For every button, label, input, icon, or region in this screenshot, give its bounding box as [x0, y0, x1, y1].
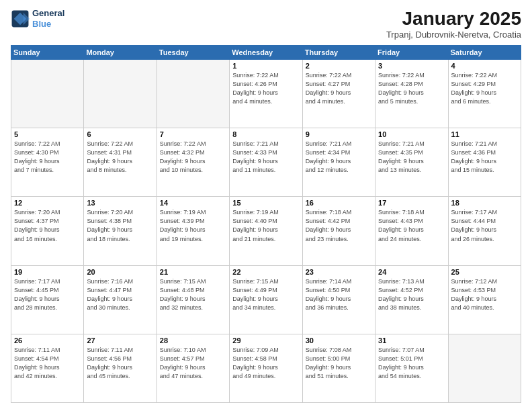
day-info: Sunrise: 7:22 AM Sunset: 4:28 PM Dayligh…: [378, 71, 445, 106]
day-info: Sunrise: 7:22 AM Sunset: 4:27 PM Dayligh…: [306, 71, 372, 106]
day-number: 4: [451, 62, 518, 70]
day-info: Sunrise: 7:19 AM Sunset: 4:39 PM Dayligh…: [160, 208, 226, 243]
calendar-cell: 18Sunrise: 7:17 AM Sunset: 4:44 PM Dayli…: [448, 197, 521, 265]
day-info: Sunrise: 7:10 AM Sunset: 4:57 PM Dayligh…: [160, 346, 226, 381]
calendar-cell: 16Sunrise: 7:18 AM Sunset: 4:42 PM Dayli…: [302, 197, 375, 265]
day-info: Sunrise: 7:22 AM Sunset: 4:29 PM Dayligh…: [451, 71, 518, 106]
header: General Blue January 2025 Trpanj, Dubrov…: [11, 8, 521, 40]
weekday-header-wednesday: Wednesday: [230, 46, 302, 60]
day-number: 15: [232, 199, 299, 207]
calendar-table: SundayMondayTuesdayWednesdayThursdayFrid…: [11, 45, 521, 403]
calendar-cell: 8Sunrise: 7:21 AM Sunset: 4:33 PM Daylig…: [230, 128, 302, 197]
day-number: 11: [451, 130, 518, 138]
logo-text: General Blue: [32, 8, 64, 29]
day-number: 31: [378, 336, 445, 345]
day-info: Sunrise: 7:22 AM Sunset: 4:30 PM Dayligh…: [14, 140, 81, 175]
day-info: Sunrise: 7:08 AM Sunset: 5:00 PM Dayligh…: [306, 346, 372, 381]
calendar-cell: 5Sunrise: 7:22 AM Sunset: 4:30 PM Daylig…: [11, 128, 84, 197]
day-number: 2: [306, 62, 372, 70]
day-number: 23: [306, 268, 372, 276]
day-info: Sunrise: 7:21 AM Sunset: 4:35 PM Dayligh…: [378, 140, 445, 175]
day-info: Sunrise: 7:22 AM Sunset: 4:26 PM Dayligh…: [232, 71, 299, 106]
day-info: Sunrise: 7:14 AM Sunset: 4:50 PM Dayligh…: [306, 277, 372, 312]
day-info: Sunrise: 7:18 AM Sunset: 4:43 PM Dayligh…: [378, 208, 445, 243]
calendar-cell: 1Sunrise: 7:22 AM Sunset: 4:26 PM Daylig…: [230, 60, 302, 128]
weekday-header-saturday: Saturday: [448, 46, 521, 60]
day-number: 6: [87, 130, 153, 138]
day-info: Sunrise: 7:16 AM Sunset: 4:47 PM Dayligh…: [87, 277, 153, 312]
calendar-cell: 30Sunrise: 7:08 AM Sunset: 5:00 PM Dayli…: [302, 334, 375, 402]
calendar-cell: 10Sunrise: 7:21 AM Sunset: 4:35 PM Dayli…: [375, 128, 448, 197]
day-info: Sunrise: 7:22 AM Sunset: 4:31 PM Dayligh…: [87, 140, 153, 175]
day-number: 16: [306, 199, 372, 207]
calendar-week-4: 19Sunrise: 7:17 AM Sunset: 4:45 PM Dayli…: [11, 265, 521, 334]
day-number: 27: [87, 336, 153, 345]
calendar-cell: 28Sunrise: 7:10 AM Sunset: 4:57 PM Dayli…: [157, 334, 229, 402]
calendar-cell: 26Sunrise: 7:11 AM Sunset: 4:54 PM Dayli…: [11, 334, 84, 402]
calendar-cell: [157, 60, 229, 128]
day-number: 21: [160, 268, 226, 276]
calendar-cell: 6Sunrise: 7:22 AM Sunset: 4:31 PM Daylig…: [84, 128, 157, 197]
calendar-cell: 13Sunrise: 7:20 AM Sunset: 4:38 PM Dayli…: [84, 197, 157, 265]
day-info: Sunrise: 7:07 AM Sunset: 5:01 PM Dayligh…: [378, 346, 445, 381]
day-number: 26: [14, 336, 81, 345]
day-number: 28: [160, 336, 226, 345]
day-number: 3: [378, 62, 445, 70]
day-info: Sunrise: 7:19 AM Sunset: 4:40 PM Dayligh…: [232, 208, 299, 243]
calendar-cell: 21Sunrise: 7:15 AM Sunset: 4:48 PM Dayli…: [157, 265, 229, 334]
calendar-week-2: 5Sunrise: 7:22 AM Sunset: 4:30 PM Daylig…: [11, 128, 521, 197]
calendar-cell: 20Sunrise: 7:16 AM Sunset: 4:47 PM Dayli…: [84, 265, 157, 334]
page: General Blue January 2025 Trpanj, Dubrov…: [0, 0, 532, 411]
calendar-cell: 17Sunrise: 7:18 AM Sunset: 4:43 PM Dayli…: [375, 197, 448, 265]
weekday-header-thursday: Thursday: [302, 46, 375, 60]
calendar-cell: 31Sunrise: 7:07 AM Sunset: 5:01 PM Dayli…: [375, 334, 448, 402]
calendar-cell: 22Sunrise: 7:15 AM Sunset: 4:49 PM Dayli…: [230, 265, 302, 334]
day-info: Sunrise: 7:13 AM Sunset: 4:52 PM Dayligh…: [378, 277, 445, 312]
day-number: 12: [14, 199, 81, 207]
day-number: 30: [306, 336, 372, 345]
calendar-cell: 11Sunrise: 7:21 AM Sunset: 4:36 PM Dayli…: [448, 128, 521, 197]
logo-icon: [11, 9, 30, 28]
day-number: 18: [451, 199, 518, 207]
day-number: 22: [232, 268, 299, 276]
day-number: 29: [232, 336, 299, 345]
day-number: 17: [378, 199, 445, 207]
calendar-cell: 14Sunrise: 7:19 AM Sunset: 4:39 PM Dayli…: [157, 197, 229, 265]
calendar-cell: 23Sunrise: 7:14 AM Sunset: 4:50 PM Dayli…: [302, 265, 375, 334]
day-info: Sunrise: 7:18 AM Sunset: 4:42 PM Dayligh…: [306, 208, 372, 243]
calendar-cell: 29Sunrise: 7:09 AM Sunset: 4:58 PM Dayli…: [230, 334, 302, 402]
day-number: 9: [306, 130, 372, 138]
day-info: Sunrise: 7:09 AM Sunset: 4:58 PM Dayligh…: [232, 346, 299, 381]
day-number: 1: [232, 62, 299, 70]
day-number: 19: [14, 268, 81, 276]
weekday-header-tuesday: Tuesday: [157, 46, 229, 60]
day-info: Sunrise: 7:15 AM Sunset: 4:48 PM Dayligh…: [160, 277, 226, 312]
day-number: 24: [378, 268, 445, 276]
day-info: Sunrise: 7:21 AM Sunset: 4:36 PM Dayligh…: [451, 140, 518, 175]
calendar-cell: 12Sunrise: 7:20 AM Sunset: 4:37 PM Dayli…: [11, 197, 84, 265]
weekday-header-monday: Monday: [84, 46, 157, 60]
day-info: Sunrise: 7:11 AM Sunset: 4:56 PM Dayligh…: [87, 346, 153, 381]
day-info: Sunrise: 7:22 AM Sunset: 4:32 PM Dayligh…: [160, 140, 226, 175]
day-info: Sunrise: 7:17 AM Sunset: 4:45 PM Dayligh…: [14, 277, 81, 312]
calendar-cell: 27Sunrise: 7:11 AM Sunset: 4:56 PM Dayli…: [84, 334, 157, 402]
title-block: January 2025 Trpanj, Dubrovnik-Neretva, …: [386, 8, 521, 40]
month-title: January 2025: [386, 8, 521, 30]
day-info: Sunrise: 7:12 AM Sunset: 4:53 PM Dayligh…: [451, 277, 518, 312]
weekday-header-row: SundayMondayTuesdayWednesdayThursdayFrid…: [11, 46, 521, 60]
calendar-cell: 24Sunrise: 7:13 AM Sunset: 4:52 PM Dayli…: [375, 265, 448, 334]
day-info: Sunrise: 7:20 AM Sunset: 4:37 PM Dayligh…: [14, 208, 81, 243]
calendar-week-1: 1Sunrise: 7:22 AM Sunset: 4:26 PM Daylig…: [11, 60, 521, 128]
calendar-week-3: 12Sunrise: 7:20 AM Sunset: 4:37 PM Dayli…: [11, 197, 521, 265]
day-info: Sunrise: 7:20 AM Sunset: 4:38 PM Dayligh…: [87, 208, 153, 243]
calendar-cell: 4Sunrise: 7:22 AM Sunset: 4:29 PM Daylig…: [448, 60, 521, 128]
day-number: 20: [87, 268, 153, 276]
calendar-cell: 19Sunrise: 7:17 AM Sunset: 4:45 PM Dayli…: [11, 265, 84, 334]
calendar-cell: 3Sunrise: 7:22 AM Sunset: 4:28 PM Daylig…: [375, 60, 448, 128]
location-subtitle: Trpanj, Dubrovnik-Neretva, Croatia: [386, 30, 521, 40]
calendar-cell: [11, 60, 84, 128]
day-number: 10: [378, 130, 445, 138]
day-number: 5: [14, 130, 81, 138]
calendar-cell: 2Sunrise: 7:22 AM Sunset: 4:27 PM Daylig…: [302, 60, 375, 128]
day-info: Sunrise: 7:15 AM Sunset: 4:49 PM Dayligh…: [232, 277, 299, 312]
